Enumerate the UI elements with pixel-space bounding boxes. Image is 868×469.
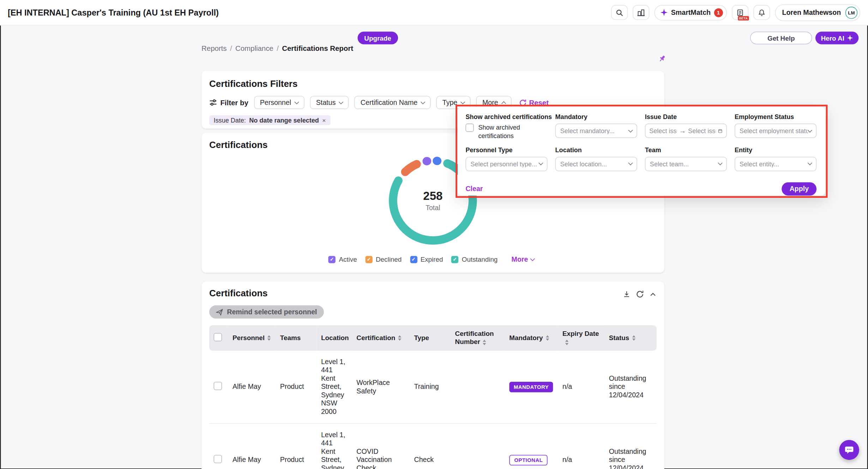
beta-tool-icon [736, 8, 744, 16]
reset-button[interactable]: Reset [519, 98, 549, 107]
user-menu[interactable]: Loren Mathewson LM [775, 4, 860, 21]
sparkle-icon [661, 9, 668, 16]
breadcrumb-current: Certifications Report [282, 44, 353, 53]
topbar: [EH INTERNAL] Casper's Training (AU 1st … [0, 0, 868, 25]
issue-date-filter-tag: Issue Date: No date range selected × [209, 115, 330, 125]
sort-status[interactable] [632, 336, 635, 341]
hero-ai-label: Hero AI [821, 34, 844, 42]
more-filters-panel: Show archived certifications Show archiv… [458, 107, 825, 196]
cell-type: Training [410, 351, 451, 423]
sparkle-icon [847, 35, 853, 41]
filter-personnel[interactable]: Personnel [254, 96, 304, 109]
table-header-row: Personnel Teams Location Certification T… [209, 325, 657, 351]
chevron-down-icon [628, 161, 633, 165]
location-select[interactable]: Select location... [555, 157, 637, 171]
remove-tag-button[interactable]: × [322, 117, 326, 124]
collapse-button[interactable] [649, 291, 656, 298]
organisations-button[interactable] [633, 5, 650, 20]
remind-selected-personnel-button[interactable]: Remind selected personnel [209, 305, 324, 319]
chat-button[interactable] [839, 440, 859, 460]
topbar-actions: SmartMatch 1 BETA Loren Mathewson LM [611, 4, 860, 21]
cell-certification-number [451, 423, 505, 469]
apply-button[interactable]: Apply [782, 182, 816, 196]
personnel-type-select[interactable]: Select personnel type... [465, 157, 547, 171]
cell-teams: Product [276, 351, 317, 423]
table-title: Certifications [209, 288, 267, 299]
clear-button[interactable]: Clear [465, 185, 483, 193]
download-icon [623, 290, 631, 298]
legend-item-expired: ✓ Expired [410, 255, 443, 263]
hero-ai-button[interactable]: Hero AI [815, 31, 859, 44]
mandatory-select[interactable]: Select mandatory... [555, 124, 637, 138]
legend-checkbox-active[interactable]: ✓ [328, 256, 336, 263]
get-help-button[interactable]: Get Help [750, 31, 812, 44]
issue-date-start-input[interactable] [649, 127, 677, 134]
chevron-down-icon [421, 99, 425, 104]
sort-mandatory[interactable] [545, 336, 549, 341]
cell-personnel: Alfie May [228, 423, 276, 469]
download-button[interactable] [623, 290, 631, 298]
refresh-button[interactable] [636, 290, 644, 298]
pin-icon[interactable] [658, 54, 667, 65]
upgrade-button[interactable]: Upgrade [357, 31, 398, 44]
issue-date-end-input[interactable] [688, 127, 716, 134]
field-show-archived: Show archived certifications Show archiv… [465, 114, 547, 140]
filter-certification-name[interactable]: Certification Name [355, 96, 431, 109]
breadcrumb-separator: / [277, 44, 279, 53]
user-name: Loren Mathewson [782, 8, 841, 16]
legend-checkbox-declined[interactable]: ✓ [365, 256, 372, 263]
table-toolbar [623, 290, 657, 298]
arrow-right-icon: → [679, 127, 686, 134]
employment-status-select[interactable]: Select employment statu [735, 124, 816, 138]
chevron-down-icon [808, 161, 812, 165]
select-all-checkbox[interactable] [214, 333, 222, 341]
table-row: Alfie May Product Level 1, 441 Kent Stre… [209, 351, 657, 423]
page-title: [EH INTERNAL] Casper's Training (AU 1st … [8, 8, 219, 17]
search-button[interactable] [611, 5, 628, 20]
entity-select[interactable]: Select entity... [735, 157, 816, 171]
smartmatch-badge: 1 [714, 8, 723, 17]
sort-personnel[interactable] [267, 336, 271, 341]
chevron-down-icon [628, 127, 633, 132]
notifications-button[interactable] [753, 5, 770, 20]
filter-by-label: Filter by [209, 98, 248, 107]
show-archived-checkbox[interactable] [465, 124, 474, 132]
chevron-down-icon [530, 256, 535, 261]
legend-checkbox-outstanding[interactable]: ✓ [451, 256, 458, 263]
chevron-down-icon [339, 99, 343, 104]
row-checkbox[interactable] [214, 455, 222, 463]
legend-checkbox-expired[interactable]: ✓ [410, 256, 417, 263]
beta-tool-button[interactable]: BETA [732, 5, 748, 20]
cell-certification: COVID Vaccination Check [352, 423, 410, 469]
row-checkbox[interactable] [214, 382, 222, 390]
team-select[interactable]: Select team... [645, 157, 727, 171]
sort-certification-number[interactable] [483, 339, 486, 345]
cell-certification: WorkPlace Safety [352, 351, 410, 423]
chart-legend: ✓ Active ✓ Declined ✓ Expired ✓ Outstand… [201, 255, 664, 264]
legend-item-active: ✓ Active [328, 255, 357, 263]
screenshot-frame: [EH INTERNAL] Casper's Training (AU 1st … [0, 0, 868, 469]
breadcrumb-compliance[interactable]: Compliance [235, 44, 273, 53]
cell-certification-number [451, 351, 505, 423]
chevron-down-icon [460, 99, 465, 104]
cell-status: Outstanding since 12/04/2024 [604, 423, 656, 469]
donut-segment-declined [405, 164, 417, 172]
filters-title: Certifications Filters [209, 79, 657, 89]
legend-more-button[interactable]: More [508, 255, 537, 264]
buildings-icon [637, 8, 645, 16]
cell-status: Outstanding since 12/04/2024 [604, 351, 656, 423]
refresh-icon [636, 290, 644, 298]
sort-expiry-date[interactable] [565, 339, 568, 345]
sort-certification[interactable] [398, 336, 401, 341]
issue-date-range: → [645, 124, 727, 138]
beta-badge: BETA [738, 16, 749, 20]
cell-type: Check [410, 423, 451, 469]
smartmatch-button[interactable]: SmartMatch 1 [655, 5, 727, 20]
search-icon [616, 8, 623, 16]
breadcrumb-reports[interactable]: Reports [201, 44, 227, 53]
show-archived-checkbox-row[interactable]: Show archived certifications [465, 124, 547, 140]
filter-status[interactable]: Status [310, 96, 349, 109]
cell-location: Level 1, 441 Kent Street, Sydney NSW 200… [317, 423, 352, 469]
chevron-down-icon [294, 99, 299, 104]
smartmatch-label: SmartMatch [671, 8, 711, 16]
